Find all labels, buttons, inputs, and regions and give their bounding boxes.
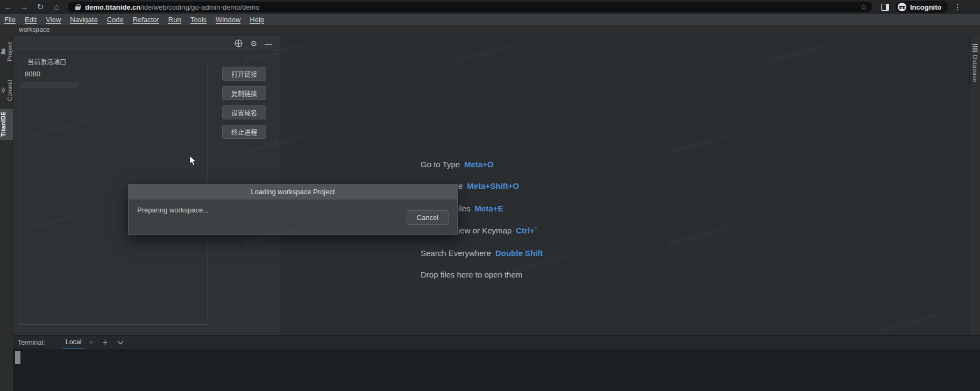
ports-box-title: 当前激活端口 <box>25 57 69 66</box>
port-list-item[interactable]: 8080 <box>25 70 40 78</box>
incognito-spy-icon <box>898 3 906 11</box>
tool-panel-header: ⚙ — <box>13 35 280 52</box>
database-icon <box>972 44 978 52</box>
loading-workspace-dialog: Loading workspace Project Preparing work… <box>128 184 458 235</box>
close-icon[interactable]: × <box>89 339 93 346</box>
gear-icon[interactable]: ⚙ <box>250 40 257 47</box>
terminal-output[interactable] <box>13 349 980 391</box>
menu-item-navigate[interactable]: Navigate <box>70 16 97 24</box>
shortcut-hint: Search EverywhereDouble Shift <box>421 248 543 258</box>
shortcut-hint: eMeta+Shift+O <box>458 181 519 190</box>
port-actions: 打开链接 复制链接 设置域名 终止进程 <box>222 67 266 139</box>
shortcut-label: Search Everywhere <box>421 248 491 258</box>
shortcut-keys: Meta+E <box>475 204 503 213</box>
terminal-tab-bar: Terminal: Local × + <box>13 335 980 349</box>
sidebar-item-project[interactable]: Project <box>0 39 13 65</box>
left-tool-stripe: Project Commit TitanIDE <box>0 35 13 335</box>
terminal-tab-label: Local <box>66 338 82 346</box>
menu-item-view[interactable]: View <box>46 16 61 24</box>
terminal-cursor <box>15 351 20 364</box>
sidebar-item-label: Database <box>972 55 978 82</box>
copy-link-button[interactable]: 复制链接 <box>222 86 266 100</box>
home-icon[interactable]: ⌂ <box>48 0 65 14</box>
dialog-title: Loading workspace Project <box>129 184 457 200</box>
sidebar-item-database[interactable]: Database <box>970 44 980 82</box>
browser-menu-icon[interactable]: ⋮ <box>951 3 964 11</box>
sidebar-item-label: Commit <box>6 80 13 101</box>
cancel-button[interactable]: Cancel <box>407 210 449 225</box>
shortcut-label: iles <box>458 204 471 213</box>
shortcut-hint: Go to TypeMeta+O <box>421 160 494 169</box>
open-link-button[interactable]: 打开链接 <box>222 67 266 81</box>
menu-item-window[interactable]: Window <box>216 16 240 24</box>
set-domain-button[interactable]: 设置域名 <box>222 105 266 119</box>
shortcut-label: Go to Type <box>421 160 460 169</box>
incognito-label: Incognito <box>910 3 942 11</box>
kill-process-button[interactable]: 终止进程 <box>222 125 266 139</box>
shortcut-keys: Double Shift <box>495 248 543 258</box>
shortcut-label: e <box>458 181 463 190</box>
mouse-cursor <box>189 155 197 168</box>
dialog-message: Preparing workspace... <box>137 206 209 214</box>
reload-icon[interactable]: ↻ <box>32 0 48 14</box>
chevron-down-icon[interactable] <box>117 340 124 345</box>
browser-toolbar: ← → ↻ ⌂ demo.titanide.cn /ide/web/coding… <box>0 0 980 14</box>
commit-icon <box>1 87 6 94</box>
terminal-left-strip <box>0 335 13 391</box>
menu-item-code[interactable]: Code <box>107 16 124 24</box>
shortcut-label: iew or Keymap <box>458 226 512 235</box>
url-path: /ide/web/coding/go-admin-demo/demo <box>140 3 259 11</box>
sidebar-item-titanide[interactable]: TitanIDE <box>0 109 13 140</box>
sidebar-item-label: Project <box>6 42 13 61</box>
globe-icon[interactable] <box>235 39 243 47</box>
back-icon[interactable]: ← <box>0 0 16 14</box>
forward-icon[interactable]: → <box>16 0 32 14</box>
menu-item-run[interactable]: Run <box>168 16 181 24</box>
port-row-highlight <box>22 82 78 88</box>
terminal-tab-local[interactable]: Local <box>62 336 85 350</box>
menu-item-file[interactable]: File <box>4 16 16 24</box>
menu-item-tools[interactable]: Tools <box>190 16 207 24</box>
menu-item-refactor[interactable]: Refactor <box>133 16 159 24</box>
terminal-label: Terminal: <box>18 339 45 346</box>
drop-files-label: Drop files here to open them <box>421 270 522 279</box>
lock-icon <box>75 4 80 10</box>
right-tool-stripe: Database <box>969 35 980 335</box>
menu-item-help[interactable]: Help <box>250 16 264 24</box>
shortcut-hint: ilesMeta+E <box>458 204 503 213</box>
sidebar-item-label: TitanIDE <box>0 112 6 137</box>
folder-icon <box>1 48 6 55</box>
navigation-bar: workspace <box>0 25 980 35</box>
shortcut-hint: iew or KeymapCtrl+` <box>458 226 537 235</box>
new-terminal-icon[interactable]: + <box>103 338 108 347</box>
app-root: ← → ↻ ⌂ demo.titanide.cn /ide/web/coding… <box>0 0 980 391</box>
terminal-panel: Terminal: Local × + <box>0 335 980 391</box>
ide-menu-bar: File Edit View Navigate Code Refactor Ru… <box>0 14 980 25</box>
minimize-icon[interactable]: — <box>265 40 272 47</box>
side-panel-icon[interactable] <box>881 4 889 11</box>
drop-files-hint: Drop files here to open them <box>421 270 522 279</box>
address-bar[interactable]: demo.titanide.cn /ide/web/coding/go-admi… <box>68 2 872 12</box>
url-domain: demo.titanide.cn <box>85 3 140 11</box>
shortcut-keys: Ctrl+` <box>516 226 537 235</box>
shortcut-keys: Meta+Shift+O <box>467 181 519 190</box>
breadcrumb[interactable]: workspace <box>19 26 49 33</box>
sidebar-item-commit[interactable]: Commit <box>0 76 13 104</box>
shortcut-keys: Meta+O <box>464 160 494 169</box>
menu-item-edit[interactable]: Edit <box>25 16 37 24</box>
incognito-badge: Incognito <box>896 1 948 13</box>
bookmark-star-icon[interactable]: ☆ <box>860 3 867 11</box>
